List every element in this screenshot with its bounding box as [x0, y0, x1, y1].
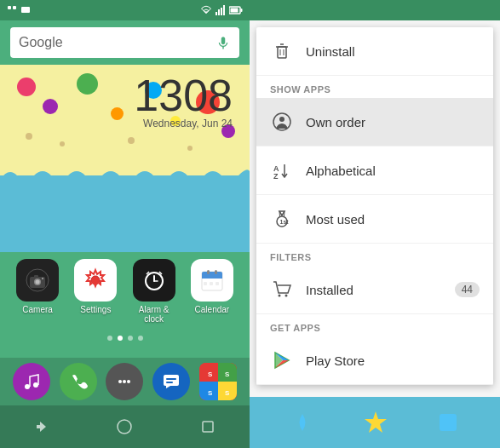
- app-row-1: Camera Settings A: [0, 252, 250, 330]
- deco-dot: [43, 99, 58, 114]
- svg-rect-1: [13, 6, 16, 9]
- deco-dot-small: [26, 133, 32, 140]
- clock-min: 08: [183, 73, 233, 118]
- svg-rect-27: [204, 282, 207, 285]
- svg-rect-2: [21, 7, 30, 13]
- app-messages[interactable]: [152, 363, 190, 400]
- uninstall-icon: [273, 42, 291, 60]
- messages-icon: [162, 372, 181, 391]
- page-indicator: [0, 336, 250, 341]
- menu-alphabetical[interactable]: A Z Alphabetical: [256, 146, 493, 195]
- svg-rect-69: [440, 414, 457, 431]
- svg-point-34: [127, 380, 130, 383]
- phone-icon: [7, 5, 17, 15]
- deco-dot: [77, 73, 98, 95]
- svg-rect-36: [166, 378, 176, 380]
- svg-rect-6: [223, 5, 225, 15]
- phone-app-icon: [69, 372, 88, 391]
- apps-icon: [115, 372, 134, 391]
- drop-shape-left: [290, 410, 315, 435]
- menu-installed[interactable]: Installed 44: [256, 266, 493, 314]
- clock-display: 13 08: [134, 73, 233, 118]
- own-order-label: Own order: [306, 115, 480, 129]
- page-dot-1: [107, 336, 112, 341]
- svg-point-32: [118, 380, 122, 383]
- svg-line-60: [284, 211, 285, 216]
- star-shape: [361, 408, 390, 437]
- svg-point-63: [285, 295, 288, 297]
- camera-app-icon: [26, 268, 49, 292]
- app-camera[interactable]: Camera: [12, 259, 63, 324]
- page-dot-3: [128, 336, 133, 341]
- clock-app-icon: [142, 268, 166, 292]
- app-alarm-label: Alarm & clock: [129, 305, 180, 324]
- play-store-svg: [272, 350, 292, 370]
- app-phone[interactable]: [60, 363, 97, 400]
- person-circle-icon: [270, 110, 294, 134]
- message-icon: [20, 5, 31, 15]
- svg-text:S: S: [208, 389, 213, 397]
- right-status-bar: [250, 0, 500, 20]
- deco-dot-small: [128, 137, 135, 144]
- wifi-icon: [200, 5, 212, 15]
- svg-text:Z: Z: [273, 172, 279, 181]
- nav-bar: [0, 405, 250, 448]
- svg-point-30: [25, 384, 30, 389]
- section-get-apps: GET APPS: [256, 314, 493, 336]
- app-settings[interactable]: Settings: [70, 259, 121, 324]
- app-alarm[interactable]: Alarm & clock: [129, 259, 180, 324]
- app-calendar-label: Calendar: [195, 305, 230, 314]
- shopping-icon: S S S S: [199, 363, 237, 400]
- wallpaper: 13 08 Wednesday, Jun 24: [0, 65, 250, 252]
- app-shopping[interactable]: S S S S: [199, 363, 237, 400]
- app-music[interactable]: [13, 363, 50, 400]
- alphabetical-label: Alphabetical: [306, 164, 480, 178]
- deco-dot: [111, 107, 124, 120]
- google-label: Google: [19, 35, 63, 50]
- deco-dot-small: [60, 141, 65, 146]
- svg-text:S: S: [225, 370, 230, 378]
- svg-rect-14: [34, 275, 38, 278]
- svg-rect-29: [216, 282, 219, 285]
- svg-text:S: S: [208, 370, 213, 378]
- music-icon: [22, 372, 41, 391]
- menu-play-store[interactable]: Play Store: [256, 336, 493, 385]
- context-menu: Uninstall SHOW APPS Own order A Z: [256, 27, 493, 385]
- status-bar-left: [7, 5, 31, 15]
- menu-own-order[interactable]: Own order: [256, 98, 493, 146]
- svg-point-31: [33, 382, 38, 388]
- trash-icon: [270, 39, 294, 63]
- mic-icon: [216, 35, 231, 50]
- status-bar-right: [200, 5, 243, 15]
- page-dot-2: [118, 336, 123, 341]
- settings-app-icon: [83, 267, 108, 293]
- right-bottom-bar: [250, 397, 500, 448]
- section-show-apps: SHOW APPS: [256, 76, 493, 98]
- svg-rect-24: [202, 277, 222, 279]
- app-calendar[interactable]: Calendar: [187, 259, 238, 324]
- calendar-app-icon: [199, 267, 225, 293]
- app-camera-label: Camera: [22, 305, 53, 314]
- svg-point-33: [123, 380, 126, 383]
- menu-uninstall[interactable]: Uninstall: [256, 27, 493, 76]
- svg-rect-28: [210, 282, 213, 285]
- recents-button[interactable]: [199, 418, 216, 435]
- deco-dot-small: [187, 146, 193, 151]
- app-drawer[interactable]: [106, 363, 143, 400]
- search-bar[interactable]: Google: [10, 27, 239, 58]
- svg-rect-37: [166, 382, 173, 383]
- svg-point-13: [36, 280, 40, 284]
- clock-date: Wednesday, Jun 24: [134, 118, 233, 129]
- svg-rect-25: [207, 270, 210, 274]
- back-button[interactable]: [33, 418, 50, 435]
- svg-rect-3: [216, 12, 217, 15]
- section-filters: FILTERS: [256, 244, 493, 266]
- play-store-label: Play Store: [306, 353, 480, 368]
- menu-most-used[interactable]: 1st Most used: [256, 195, 493, 244]
- app-settings-label: Settings: [80, 305, 111, 314]
- signal-icon: [216, 5, 226, 15]
- blue-square: [436, 411, 460, 434]
- svg-marker-68: [365, 411, 387, 433]
- home-button[interactable]: [116, 418, 133, 435]
- svg-rect-48: [278, 47, 286, 58]
